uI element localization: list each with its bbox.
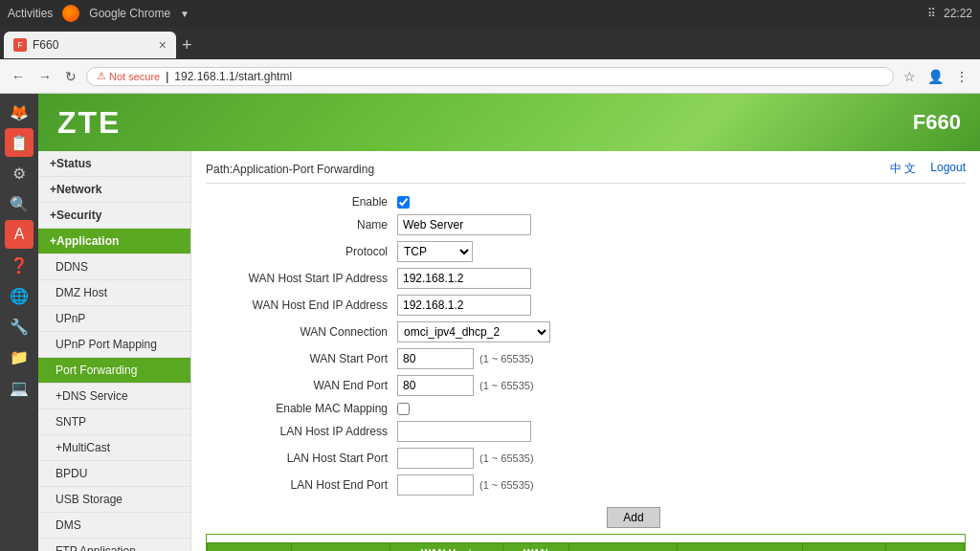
lan-host-end-range: (1 ~ 65535)	[479, 479, 534, 491]
form-row-wan-end-port: WAN End Port (1 ~ 65535)	[206, 375, 966, 396]
form-row-enable: Enable	[206, 195, 966, 209]
name-label: Name	[206, 218, 397, 231]
sidebar-icon-6[interactable]: 🌐	[5, 281, 33, 310]
tab-title: F660	[33, 38, 58, 52]
logout-link[interactable]: Logout	[930, 161, 966, 177]
th-wan-conn: WANConnection	[677, 543, 802, 552]
nav-item-multicast[interactable]: +MultiCast	[38, 435, 190, 461]
sidebar-icon-0[interactable]: 🦊	[5, 98, 33, 126]
path-bar: Path:Application-Port Forwarding 中 文 Log…	[206, 161, 966, 184]
nav-item-upnpportmapping[interactable]: UPnP Port Mapping	[38, 332, 190, 358]
nav-menu: +Status +Network +Security +Application …	[38, 151, 191, 551]
form-row-add: Add	[301, 501, 966, 528]
not-secure-label: Not secure	[109, 71, 160, 82]
th-delete: Delete	[885, 543, 964, 552]
address-separator: |	[166, 70, 168, 83]
browser-name-label: Google Chrome	[89, 7, 170, 20]
nav-item-status[interactable]: +Status	[38, 151, 190, 177]
sidebar-icon-9[interactable]: 💻	[5, 373, 33, 402]
table-wrapper: Enable Name WAN HostStart IPAddress WANS…	[206, 534, 966, 551]
wan-start-ip-label: WAN Host Start IP Address	[206, 272, 397, 285]
address-bar[interactable]: ⚠ Not secure | 192.168.1.1/start.ghtml	[86, 67, 894, 86]
wan-conn-label: WAN Connection	[206, 325, 397, 339]
wan-end-port-label: WAN End Port	[206, 379, 397, 392]
nav-item-dms[interactable]: DMS	[38, 513, 190, 539]
sidebar-icon-5[interactable]: ❓	[5, 251, 33, 279]
browser-navbar: ← → ↻ ⚠ Not secure | 192.168.1.1/start.g…	[0, 59, 980, 94]
browser-tab[interactable]: F F660 ×	[4, 32, 176, 58]
protocol-select[interactable]: TCP UDP TCP/UDP	[397, 241, 473, 262]
sidebar-icon-3[interactable]: 🔍	[5, 189, 33, 218]
enable-checkbox[interactable]	[397, 196, 410, 209]
sidebar-icon-4[interactable]: A	[5, 220, 33, 249]
wan-end-ip-input[interactable]	[397, 295, 531, 316]
nav-item-sntp[interactable]: SNTP	[38, 409, 190, 435]
sidebar-icon-2[interactable]: ⚙	[5, 159, 33, 187]
account-button[interactable]: 👤	[924, 67, 947, 86]
tab-bar: F F660 × +	[0, 27, 980, 59]
lang-link[interactable]: 中 文	[890, 161, 916, 177]
sidebar-icon-8[interactable]: 📁	[5, 342, 33, 371]
lan-host-end-input[interactable]	[397, 474, 474, 496]
form-row-lan-host-start: LAN Host Start Port (1 ~ 65535)	[206, 448, 966, 469]
os-sidebar: 🦊 📋 ⚙ 🔍 A ❓ 🌐 🔧 📁 💻	[0, 94, 38, 551]
th-modify: Modify	[803, 543, 886, 552]
browser-dropdown-icon[interactable]: ▼	[180, 9, 189, 19]
sidebar-icon-1[interactable]: 📋	[5, 128, 33, 157]
wan-conn-select[interactable]: omci_ipv4_dhcp_2	[397, 321, 550, 342]
path-text: Path:Application-Port Forwarding	[206, 163, 374, 176]
wan-start-ip-input[interactable]	[397, 268, 531, 289]
os-topbar: Activities Google Chrome ▼ ⠿ 22:22	[0, 0, 980, 27]
forward-button[interactable]: →	[34, 67, 56, 86]
form-row-wan-start-ip: WAN Host Start IP Address	[206, 268, 966, 289]
warning-icon: ⚠	[97, 70, 106, 82]
nav-item-dmzhost[interactable]: DMZ Host	[38, 280, 190, 306]
tab-close-button[interactable]: ×	[159, 37, 167, 53]
nav-item-security[interactable]: +Security	[38, 203, 190, 229]
wan-end-port-input[interactable]	[397, 375, 474, 396]
nav-item-dnsservice[interactable]: +DNS Service	[38, 384, 190, 409]
th-wan-start-port: WANStartPort	[502, 543, 568, 552]
main-content: Path:Application-Port Forwarding 中 文 Log…	[191, 151, 980, 551]
wan-start-port-label: WAN Start Port	[206, 352, 397, 365]
add-button[interactable]: Add	[607, 507, 659, 528]
new-tab-button[interactable]: +	[176, 35, 198, 55]
nav-item-application[interactable]: +Application	[38, 229, 190, 254]
enable-mac-checkbox[interactable]	[397, 403, 410, 415]
lan-host-start-label: LAN Host Start Port	[206, 452, 397, 465]
nav-item-portforwarding[interactable]: Port Forwarding	[38, 358, 190, 384]
wan-end-ip-label: WAN Host End IP Address	[206, 298, 397, 312]
zte-header: ZTE F660	[38, 94, 980, 151]
zte-logo: ZTE	[57, 105, 121, 141]
reload-button[interactable]: ↻	[61, 67, 80, 86]
nav-item-ftpapp[interactable]: FTP Application	[38, 539, 190, 551]
form-row-lan-host-end: LAN Host End Port (1 ~ 65535)	[206, 474, 966, 496]
nav-item-bpdu[interactable]: BPDU	[38, 461, 190, 487]
lan-host-end-label: LAN Host End Port	[206, 478, 397, 492]
path-links: 中 文 Logout	[890, 161, 966, 177]
wan-start-port-input[interactable]	[397, 348, 474, 369]
nav-item-upnp[interactable]: UPnP	[38, 306, 190, 332]
lan-host-ip-input[interactable]	[397, 421, 531, 442]
browser-chrome: F F660 × + ← → ↻ ⚠ Not secure | 192.168.…	[0, 27, 980, 94]
protocol-label: Protocol	[206, 245, 397, 258]
form-row-enable-mac: Enable MAC Mapping	[206, 402, 966, 415]
enable-mac-label: Enable MAC Mapping	[206, 402, 397, 415]
activities-label[interactable]: Activities	[8, 7, 53, 20]
nav-item-usbstorage[interactable]: USB Storage	[38, 487, 190, 513]
lan-host-start-input[interactable]	[397, 448, 474, 469]
th-lan-start-port: LAN HostStart Port	[568, 543, 677, 552]
bookmark-button[interactable]: ☆	[900, 67, 920, 86]
nav-item-network[interactable]: +Network	[38, 177, 190, 203]
menu-button[interactable]: ⋮	[951, 67, 972, 86]
back-button[interactable]: ←	[8, 67, 29, 86]
firefox-icon	[62, 5, 79, 22]
nav-item-ddns[interactable]: DDNS	[38, 254, 190, 280]
th-wan-start-ip: WAN HostStart IPAddress	[390, 543, 502, 552]
system-tray-icon: ⠿	[927, 7, 936, 20]
form-row-protocol: Protocol TCP UDP TCP/UDP	[206, 241, 966, 262]
lan-host-ip-label: LAN Host IP Address	[206, 425, 397, 438]
name-input[interactable]	[397, 214, 531, 235]
form-row-wan-start-port: WAN Start Port (1 ~ 65535)	[206, 348, 966, 369]
sidebar-icon-7[interactable]: 🔧	[5, 312, 33, 341]
